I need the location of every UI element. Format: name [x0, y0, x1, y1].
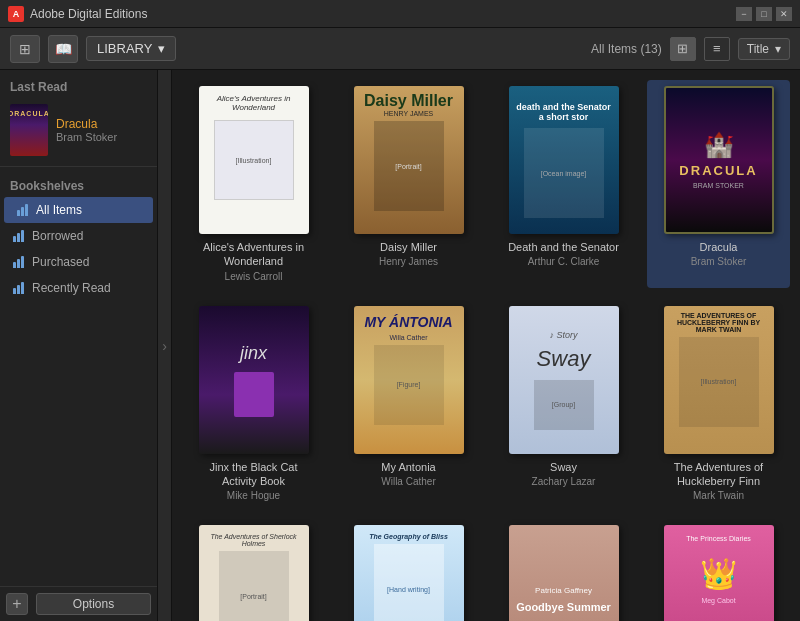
- maximize-button[interactable]: □: [756, 7, 772, 21]
- item-count-label: All Items (13): [591, 42, 662, 56]
- minimize-button[interactable]: −: [736, 7, 752, 21]
- book-item-antonia[interactable]: MY ÁNTONIA Willa Cather [Figure] My Anto…: [337, 300, 480, 508]
- book-title-huck: The Adventures of Huckleberry Finn: [659, 460, 779, 489]
- sidebar-divider: [0, 166, 157, 167]
- book-title-antonia: My Antonia: [381, 460, 435, 474]
- book-title-alice: Alice's Adventures in Wonderland: [194, 240, 314, 269]
- recently-read-label: Recently Read: [32, 281, 111, 295]
- sidebar-item-borrowed[interactable]: Borrowed: [0, 223, 157, 249]
- book-cover-princess: The Princess Diaries 👑 Meg Cabot: [664, 525, 774, 621]
- book-author-huck: Mark Twain: [693, 490, 744, 501]
- grid-view-small-button[interactable]: ⊞: [10, 35, 40, 63]
- all-items-label: All Items: [36, 203, 82, 217]
- borrowed-icon: [10, 230, 26, 242]
- sidebar-item-recently-read[interactable]: Recently Read: [0, 275, 157, 301]
- book-item-bliss[interactable]: The Geography of Bliss [Hand writing] Th…: [337, 519, 480, 621]
- book-cover-huck: THE ADVENTURES OF HUCKLEBERRY FINN BY MA…: [664, 306, 774, 454]
- last-read-section-title: Last Read: [0, 70, 157, 98]
- toolbar: ⊞ 📖 LIBRARY ▾ All Items (13) ⊞ ≡ Title ▾: [0, 28, 800, 70]
- book-cover-goodbye: Patricia Gaffney Goodbye Summer: [509, 525, 619, 621]
- book-title-daisy: Daisy Miller: [380, 240, 437, 254]
- book-item-dracula[interactable]: 🏰 DRACULA BRAM STOKER Dracula Bram Stoke…: [647, 80, 790, 288]
- book-item-huck[interactable]: THE ADVENTURES OF HUCKLEBERRY FINN BY MA…: [647, 300, 790, 508]
- main-layout: Last Read Dracula Bram Stoker Bookshelve…: [0, 70, 800, 621]
- sort-dropdown[interactable]: Title ▾: [738, 38, 790, 60]
- book-author-jinx: Mike Hogue: [227, 490, 280, 501]
- book-item-goodbye[interactable]: Patricia Gaffney Goodbye Summer The Good…: [492, 519, 635, 621]
- purchased-label: Purchased: [32, 255, 89, 269]
- last-read-author: Bram Stoker: [56, 131, 147, 143]
- last-read-cover: [10, 104, 48, 156]
- sidebar-bottom: + Options: [0, 586, 157, 621]
- sidebar-collapse-handle[interactable]: [158, 70, 172, 621]
- book-author-death: Arthur C. Clarke: [528, 256, 600, 267]
- app-icon: A: [8, 6, 24, 22]
- sidebar-item-purchased[interactable]: Purchased: [0, 249, 157, 275]
- title-bar: A Adobe Digital Editions − □ ✕: [0, 0, 800, 28]
- book-cover-antonia: MY ÁNTONIA Willa Cather [Figure]: [354, 306, 464, 454]
- book-cover-alice: Alice's Adventures in Wonderland [Illust…: [199, 86, 309, 234]
- options-button[interactable]: Options: [36, 593, 151, 615]
- book-item-princess[interactable]: The Princess Diaries 👑 Meg Cabot The Pri…: [647, 519, 790, 621]
- book-title-sway: Sway: [550, 460, 577, 474]
- book-cover-dracula: 🏰 DRACULA BRAM STOKER: [664, 86, 774, 234]
- book-grid-content[interactable]: Alice's Adventures in Wonderland [Illust…: [172, 70, 800, 621]
- sidebar: Last Read Dracula Bram Stoker Bookshelve…: [0, 70, 158, 621]
- purchased-icon: [10, 256, 26, 268]
- last-read-item[interactable]: Dracula Bram Stoker: [0, 98, 157, 162]
- book-author-sway: Zachary Lazar: [532, 476, 596, 487]
- sort-arrow: ▾: [775, 42, 781, 56]
- book-grid: Alice's Adventures in Wonderland [Illust…: [182, 80, 790, 621]
- book-view-button[interactable]: 📖: [48, 35, 78, 63]
- book-item-holmes[interactable]: The Adventures of Sherlock Holmes [Portr…: [182, 519, 325, 621]
- window-controls: − □ ✕: [736, 7, 792, 21]
- window-title: Adobe Digital Editions: [30, 7, 736, 21]
- sidebar-item-all-items[interactable]: All Items: [4, 197, 153, 223]
- book-item-alice[interactable]: Alice's Adventures in Wonderland [Illust…: [182, 80, 325, 288]
- book-author-dracula: Bram Stoker: [691, 256, 747, 267]
- book-title-jinx: Jinx the Black Cat Activity Book: [194, 460, 314, 489]
- book-author-antonia: Willa Cather: [381, 476, 435, 487]
- book-item-death[interactable]: death and the Senator a short stor [Ocea…: [492, 80, 635, 288]
- book-cover-bliss: The Geography of Bliss [Hand writing]: [354, 525, 464, 621]
- book-cover-death: death and the Senator a short stor [Ocea…: [509, 86, 619, 234]
- bookshelves-section-title: Bookshelves: [0, 171, 157, 197]
- grid-view-button[interactable]: ⊞: [670, 37, 696, 61]
- borrowed-label: Borrowed: [32, 229, 83, 243]
- library-label: LIBRARY: [97, 41, 152, 56]
- library-button[interactable]: LIBRARY ▾: [86, 36, 176, 61]
- close-button[interactable]: ✕: [776, 7, 792, 21]
- book-cover-jinx: jinx: [199, 306, 309, 454]
- sort-label: Title: [747, 42, 769, 56]
- book-cover-holmes: The Adventures of Sherlock Holmes [Portr…: [199, 525, 309, 621]
- book-item-jinx[interactable]: jinx Jinx the Black Cat Activity Book Mi…: [182, 300, 325, 508]
- book-title-dracula: Dracula: [700, 240, 738, 254]
- all-items-icon: [14, 204, 30, 216]
- book-title-death: Death and the Senator: [508, 240, 619, 254]
- book-cover-sway: ♪ Story Sway [Group]: [509, 306, 619, 454]
- add-button[interactable]: +: [6, 593, 28, 615]
- recently-read-icon: [10, 282, 26, 294]
- book-item-sway[interactable]: ♪ Story Sway [Group] Sway Zachary Lazar: [492, 300, 635, 508]
- book-cover-daisy: Daisy Miller HENRY JAMES [Portrait]: [354, 86, 464, 234]
- book-item-daisy[interactable]: Daisy Miller HENRY JAMES [Portrait] Dais…: [337, 80, 480, 288]
- library-dropdown-arrow: ▾: [158, 41, 165, 56]
- book-author-alice: Lewis Carroll: [225, 271, 283, 282]
- list-view-button[interactable]: ≡: [704, 37, 730, 61]
- book-author-daisy: Henry James: [379, 256, 438, 267]
- last-read-title: Dracula: [56, 117, 147, 131]
